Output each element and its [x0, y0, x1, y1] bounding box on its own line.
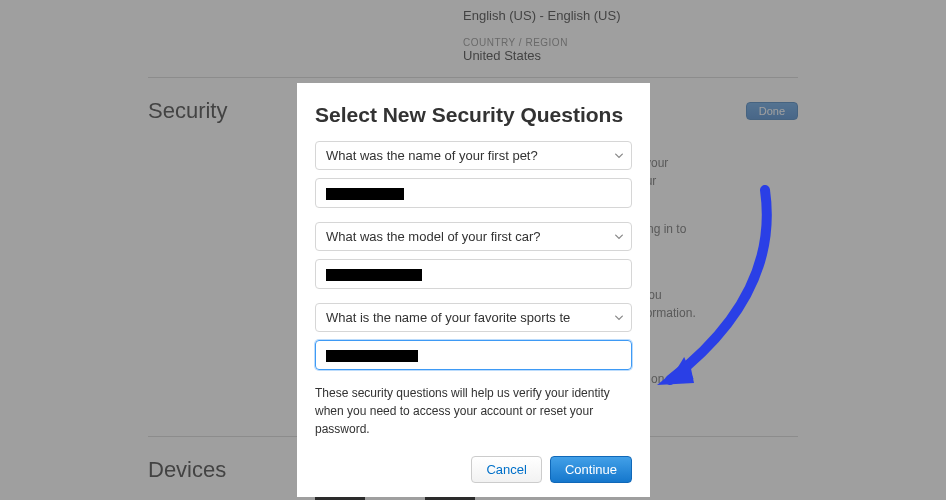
- redacted-answer: [326, 188, 404, 200]
- modal-title: Select New Security Questions: [315, 103, 632, 127]
- security-questions-modal: Select New Security Questions What was t…: [297, 83, 650, 497]
- continue-button[interactable]: Continue: [550, 456, 632, 483]
- redacted-answer: [326, 350, 418, 362]
- question-2-select[interactable]: What was the model of your first car?: [315, 222, 632, 251]
- cancel-button[interactable]: Cancel: [471, 456, 541, 483]
- question-3-select[interactable]: What is the name of your favorite sports…: [315, 303, 632, 332]
- answer-1-input[interactable]: [315, 178, 632, 208]
- answer-2-input[interactable]: [315, 259, 632, 289]
- help-text: These security questions will help us ve…: [315, 384, 632, 438]
- answer-3-input[interactable]: [315, 340, 632, 370]
- redacted-answer: [326, 269, 422, 281]
- question-1-select[interactable]: What was the name of your first pet?: [315, 141, 632, 170]
